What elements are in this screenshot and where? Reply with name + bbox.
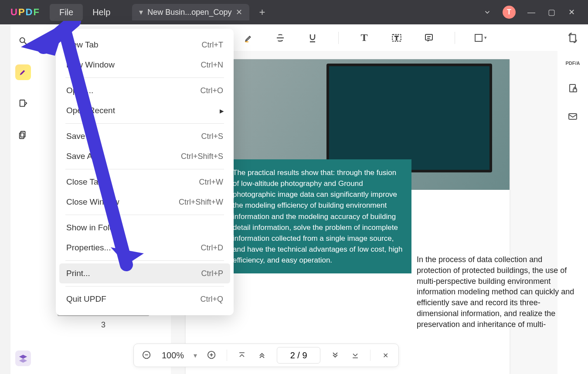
view-controls-bar: 100% ▾ ✕ bbox=[133, 344, 399, 367]
toolbar-separator bbox=[455, 32, 455, 44]
zoom-out-icon[interactable] bbox=[142, 350, 152, 361]
green-panel-text: The practical results show that: through… bbox=[224, 159, 411, 273]
window-minimize-icon[interactable]: — bbox=[527, 8, 536, 17]
toolbar-separator bbox=[338, 32, 339, 44]
menu-close-tab[interactable]: Close TabCtrl+W bbox=[59, 172, 230, 192]
edit-tool-icon[interactable] bbox=[15, 96, 31, 111]
menu-properties[interactable]: Properties...Ctrl+D bbox=[59, 238, 230, 258]
close-tab-icon[interactable]: ✕ bbox=[236, 7, 242, 17]
svg-point-0 bbox=[20, 38, 25, 43]
user-avatar[interactable]: T bbox=[503, 6, 516, 19]
zoom-level: 100% bbox=[162, 350, 184, 361]
menu-save[interactable]: SaveCtrl+S bbox=[59, 126, 230, 146]
window-close-icon[interactable]: ✕ bbox=[567, 7, 576, 17]
tab-title: New Busin...open_Copy bbox=[147, 8, 231, 17]
menu-help[interactable]: Help bbox=[83, 4, 120, 21]
left-rail bbox=[10, 24, 36, 374]
svg-rect-3 bbox=[21, 131, 25, 137]
menu-close-window[interactable]: Close WindowCtrl+Shift+W bbox=[59, 192, 230, 212]
prev-page-icon[interactable] bbox=[257, 350, 267, 361]
underline-icon[interactable] bbox=[306, 31, 319, 44]
shape-tool-icon[interactable]: ▾ bbox=[474, 31, 487, 44]
tab-dropdown-icon[interactable]: ▾ bbox=[139, 7, 143, 17]
menu-print[interactable]: Print...Ctrl+P bbox=[59, 263, 230, 283]
document-tab[interactable]: ▾ New Busin...open_Copy ✕ bbox=[132, 4, 249, 20]
layers-icon[interactable] bbox=[15, 350, 31, 366]
last-page-icon[interactable] bbox=[350, 350, 360, 361]
close-bar-icon[interactable]: ✕ bbox=[380, 350, 391, 361]
svg-text:T: T bbox=[394, 35, 398, 41]
menu-show-folder[interactable]: Show in Folder bbox=[59, 218, 230, 238]
svg-rect-12 bbox=[425, 34, 432, 40]
title-bar: UPDF File Help ▾ New Busin...open_Copy ✕… bbox=[0, 0, 588, 24]
pdfa-icon[interactable]: PDF/A bbox=[566, 61, 580, 66]
page-number-input[interactable] bbox=[277, 347, 320, 364]
text-tool-icon[interactable]: T bbox=[358, 31, 371, 44]
window-maximize-icon[interactable]: ▢ bbox=[547, 7, 556, 17]
app-logo: UPDF bbox=[0, 7, 50, 18]
zoom-in-icon[interactable] bbox=[207, 350, 217, 361]
rotate-icon[interactable] bbox=[567, 32, 578, 44]
zoom-dropdown-icon[interactable]: ▾ bbox=[194, 351, 197, 360]
new-tab-button[interactable]: + bbox=[259, 6, 265, 18]
thumbnail-page-number: 3 bbox=[101, 320, 105, 330]
first-page-icon[interactable] bbox=[237, 350, 247, 361]
file-menu-dropdown: New TabCtrl+T New WindowCtrl+N Open...Ct… bbox=[56, 29, 234, 315]
body-paragraph: In the process of data collection and pr… bbox=[417, 254, 578, 330]
menu-new-window[interactable]: New WindowCtrl+N bbox=[59, 55, 230, 75]
mail-icon[interactable] bbox=[568, 111, 578, 121]
tabs-overflow-icon[interactable] bbox=[483, 8, 491, 16]
textbox-tool-icon[interactable]: T bbox=[390, 31, 403, 44]
marker-icon[interactable] bbox=[241, 31, 255, 44]
svg-marker-5 bbox=[19, 355, 27, 359]
next-page-icon[interactable] bbox=[330, 350, 340, 361]
pages-tool-icon[interactable] bbox=[15, 127, 31, 143]
menu-open-recent[interactable]: Open Recent▸ bbox=[59, 101, 230, 121]
svg-rect-24 bbox=[573, 89, 577, 92]
monitor-image bbox=[326, 64, 492, 172]
menu-file[interactable]: File bbox=[50, 4, 83, 21]
svg-rect-25 bbox=[569, 114, 577, 119]
submenu-arrow-icon: ▸ bbox=[220, 106, 224, 116]
note-tool-icon[interactable] bbox=[422, 31, 435, 44]
highlight-tool-icon[interactable] bbox=[15, 64, 31, 80]
lock-page-icon[interactable] bbox=[568, 83, 578, 94]
menu-new-tab[interactable]: New TabCtrl+T bbox=[59, 35, 230, 55]
document-page[interactable]: DF.COM The practical results show that: … bbox=[186, 59, 510, 374]
svg-marker-6 bbox=[19, 359, 27, 363]
menu-open[interactable]: Open...Ctrl+O bbox=[59, 81, 230, 101]
svg-rect-2 bbox=[20, 100, 25, 107]
svg-rect-22 bbox=[570, 34, 576, 41]
strikethrough-icon[interactable] bbox=[274, 31, 287, 44]
menu-save-as[interactable]: Save As...Ctrl+Shift+S bbox=[59, 146, 230, 166]
svg-rect-4 bbox=[20, 133, 24, 138]
menu-quit[interactable]: Quit UPDFCtrl+Q bbox=[59, 289, 230, 309]
svg-line-1 bbox=[24, 42, 27, 45]
search-icon[interactable] bbox=[15, 33, 31, 49]
